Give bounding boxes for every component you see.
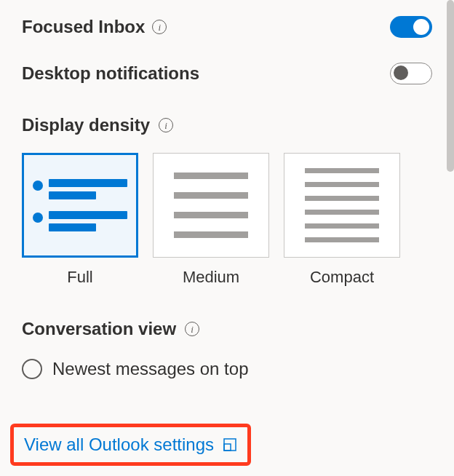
display-density-label: Display density	[22, 115, 150, 135]
desktop-notifications-label-wrap: Desktop notifications	[22, 63, 199, 84]
density-preview-medium	[153, 153, 269, 258]
quick-settings-panel: Focused Inbox i Desktop notifications Di…	[0, 0, 454, 381]
display-density-header: Display density i	[22, 115, 432, 135]
focused-inbox-label: Focused Inbox	[22, 17, 145, 37]
view-all-settings-highlight: View all Outlook settings	[10, 424, 251, 466]
density-option-compact[interactable]: Compact	[284, 153, 400, 287]
desktop-notifications-label: Desktop notifications	[22, 63, 199, 84]
toggle-knob	[413, 19, 429, 35]
view-all-settings-link[interactable]: View all Outlook settings	[24, 435, 214, 455]
conversation-view-section: Conversation view i Newest messages on t…	[22, 319, 432, 381]
toggle-knob	[394, 66, 408, 80]
info-icon[interactable]: i	[159, 118, 173, 132]
density-preview-compact	[284, 153, 400, 258]
conversation-option-label: Newest messages on top	[52, 359, 248, 379]
density-preview-full	[22, 153, 138, 258]
radio-icon	[22, 359, 42, 379]
density-caption-medium: Medium	[183, 268, 239, 287]
scrollbar-thumb[interactable]	[447, 0, 454, 172]
conversation-option-newest-top[interactable]: Newest messages on top	[22, 357, 432, 381]
svg-rect-0	[224, 439, 236, 451]
info-icon[interactable]: i	[152, 20, 167, 34]
display-density-options: Full Medium	[22, 153, 432, 287]
density-caption-compact: Compact	[310, 268, 374, 287]
svg-rect-1	[224, 444, 231, 451]
density-option-medium[interactable]: Medium	[153, 153, 269, 287]
desktop-notifications-row: Desktop notifications	[22, 63, 432, 84]
conversation-view-label: Conversation view	[22, 319, 176, 339]
density-option-full[interactable]: Full	[22, 153, 138, 287]
focused-inbox-toggle[interactable]	[390, 16, 432, 38]
open-pane-icon	[223, 437, 237, 452]
density-caption-full: Full	[67, 268, 92, 287]
info-icon[interactable]: i	[185, 322, 199, 336]
conversation-view-header: Conversation view i	[22, 319, 432, 339]
focused-inbox-row: Focused Inbox i	[22, 16, 432, 38]
focused-inbox-label-wrap: Focused Inbox i	[22, 17, 167, 37]
desktop-notifications-toggle[interactable]	[390, 63, 432, 84]
